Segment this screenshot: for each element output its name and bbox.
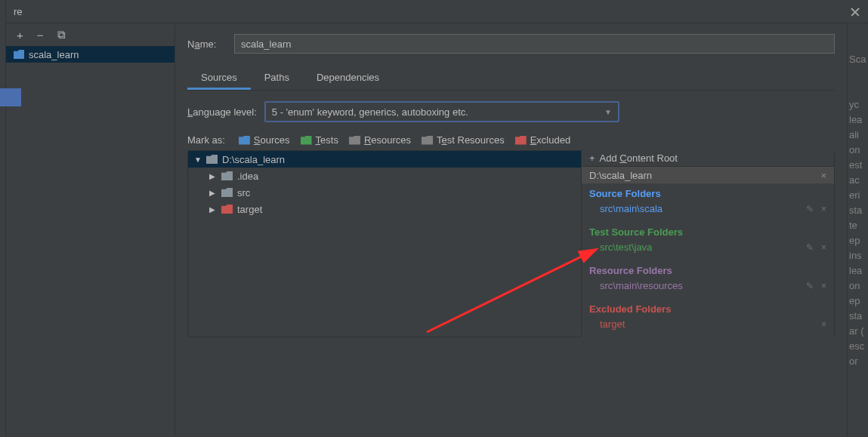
gutter-fragment: te xyxy=(848,220,868,235)
name-label: Name: xyxy=(187,38,225,50)
folder-path: src\test\java xyxy=(600,242,652,253)
tab-dependencies[interactable]: Dependencies xyxy=(303,67,393,90)
gutter-fragment: on xyxy=(848,280,868,295)
tree-expand-icon[interactable]: ▶ xyxy=(209,205,217,214)
language-level-value: 5 - 'enum' keyword, generics, autoboxing… xyxy=(272,106,468,118)
edit-icon[interactable]: ✎ xyxy=(806,242,814,253)
remove-icon[interactable]: × xyxy=(821,319,826,330)
test-resources-folder-icon xyxy=(422,136,433,145)
folder-path: target xyxy=(600,319,625,330)
gutter-fragment: lea xyxy=(848,114,868,129)
mark-test-resources-button[interactable]: Test Resources xyxy=(422,134,505,146)
tree-node-label: target xyxy=(237,204,262,215)
gutter-fragment: ac xyxy=(848,174,868,189)
content-tree: ▼ D:\scala_learn ▶ .idea ▶ xyxy=(187,150,582,337)
mark-excluded-button[interactable]: Excluded xyxy=(515,134,570,146)
folder-section: Source Folderssrc\main\scala✎× xyxy=(582,183,834,222)
content-root-label: D:\scala_learn xyxy=(589,170,652,181)
tree-root[interactable]: ▼ D:\scala_learn xyxy=(188,151,581,168)
gutter-fragment xyxy=(848,84,868,99)
remove-icon[interactable]: × xyxy=(821,242,826,253)
folder-section: Test Source Folderssrc\test\java✎× xyxy=(582,222,834,260)
ide-left-gutter xyxy=(0,0,6,437)
module-item-scala-learn[interactable]: scala_learn xyxy=(6,46,175,63)
tree-node-idea[interactable]: ▶ .idea xyxy=(188,168,581,184)
folder-path: src\main\resources xyxy=(600,280,683,291)
mark-as-label: Mark as: xyxy=(187,134,225,146)
mark-resources-button[interactable]: Resources xyxy=(349,134,411,146)
edit-icon[interactable]: ✎ xyxy=(806,281,814,291)
add-module-button[interactable]: + xyxy=(17,29,23,42)
folder-entry[interactable]: src\test\java✎× xyxy=(589,240,826,259)
edit-icon[interactable]: ✎ xyxy=(806,204,814,214)
gutter-fragment: ali xyxy=(848,129,868,144)
tab-paths[interactable]: Paths xyxy=(251,67,303,90)
module-list: scala_learn xyxy=(6,46,175,437)
left-gutter-active xyxy=(0,88,21,106)
tests-folder-icon xyxy=(301,136,312,145)
resources-folder-icon xyxy=(349,136,360,145)
tree-expand-icon[interactable]: ▶ xyxy=(209,172,217,180)
close-icon[interactable] xyxy=(850,6,860,17)
gutter-fragment: ar ( xyxy=(848,325,868,340)
remove-icon[interactable]: × xyxy=(821,281,826,291)
sources-folder-icon xyxy=(239,136,250,145)
module-list-panel: + − ⧉ scala_learn xyxy=(6,23,175,437)
gutter-fragment: lea xyxy=(848,265,868,280)
add-content-root-button[interactable]: + Add Content Root xyxy=(582,150,834,167)
content-root-path[interactable]: D:\scala_learn × xyxy=(582,167,834,183)
gutter-fragment: Sca xyxy=(848,54,868,69)
gutter-fragment: est xyxy=(848,159,868,174)
remove-module-button[interactable]: − xyxy=(37,29,44,42)
gutter-fragment: esc xyxy=(848,340,868,355)
folder-icon xyxy=(221,188,233,197)
gutter-fragment: ins xyxy=(848,250,868,265)
dialog-title: re xyxy=(14,6,850,17)
tree-node-target[interactable]: ▶ target xyxy=(188,201,581,217)
tree-expand-icon[interactable]: ▶ xyxy=(209,189,217,197)
folder-entry[interactable]: src\main\resources✎× xyxy=(589,279,826,297)
project-structure-dialog: re + − ⧉ scala_learn xyxy=(6,0,868,437)
chevron-down-icon: ▼ xyxy=(604,108,612,116)
language-level-select[interactable]: 5 - 'enum' keyword, generics, autoboxing… xyxy=(264,101,619,122)
tree-node-src[interactable]: ▶ src xyxy=(188,184,581,201)
tab-sources[interactable]: Sources xyxy=(187,67,251,90)
remove-icon[interactable]: × xyxy=(821,204,826,214)
section-header: Resource Folders xyxy=(589,265,826,276)
module-toolbar: + − ⧉ xyxy=(6,23,175,46)
module-tabs: Sources Paths Dependencies xyxy=(187,67,835,91)
gutter-fragment: or xyxy=(848,355,868,371)
gutter-fragment: ep xyxy=(848,235,868,250)
tree-collapse-icon[interactable]: ▼ xyxy=(194,155,202,164)
folder-icon xyxy=(221,171,233,180)
name-input[interactable] xyxy=(234,34,835,54)
module-folder-icon xyxy=(14,50,24,59)
folder-section: Excluded Folderstarget× xyxy=(582,299,834,337)
gutter-fragment: on xyxy=(848,144,868,159)
plus-icon: + xyxy=(589,152,595,164)
module-item-label: scala_learn xyxy=(29,49,79,60)
excluded-folder-icon xyxy=(221,205,233,214)
dialog-titlebar: re xyxy=(6,0,868,23)
remove-content-root-icon[interactable]: × xyxy=(820,170,826,181)
gutter-fragment: sta xyxy=(848,205,868,220)
folder-entry[interactable]: src\main\scala✎× xyxy=(589,202,826,220)
copy-module-button[interactable]: ⧉ xyxy=(57,28,66,42)
folder-path: src\main\scala xyxy=(600,203,663,214)
section-header: Source Folders xyxy=(589,188,826,199)
gutter-fragment xyxy=(848,69,868,84)
gutter-fragment: eri xyxy=(848,189,868,205)
ide-right-gutter: Scaycleaalionestaceristateepinsleaonepst… xyxy=(847,23,868,437)
section-header: Excluded Folders xyxy=(589,303,826,315)
mark-tests-button[interactable]: Tests xyxy=(301,134,338,146)
folder-entry[interactable]: target× xyxy=(589,317,826,336)
gutter-fragment: yc xyxy=(848,99,868,114)
language-level-label: Language level: xyxy=(187,106,257,118)
mark-sources-button[interactable]: Sources xyxy=(239,134,290,146)
section-header: Test Source Folders xyxy=(589,226,826,238)
gutter-fragment: sta xyxy=(848,310,868,325)
tree-node-label: src xyxy=(237,187,250,198)
folder-section: Resource Folderssrc\main\resources✎× xyxy=(582,260,834,299)
tree-node-label: .idea xyxy=(237,171,258,182)
module-settings-panel: Name: Sources Paths Dependencies Languag… xyxy=(175,23,847,437)
